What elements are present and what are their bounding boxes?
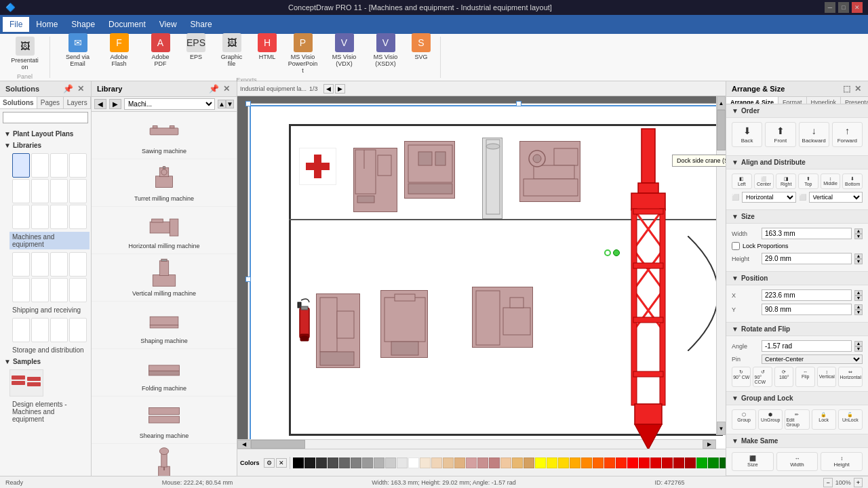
toolbar-send-email[interactable]: ✉ Send via Email [58,32,97,75]
same-height-btn[interactable]: ↕ Height [821,452,863,471]
lib-item-vertical[interactable]: Vertical milling machine [92,254,237,302]
lib-thumb-14[interactable] [31,252,49,277]
flip-vertical-btn[interactable]: ↕ Vertical [817,367,837,387]
machine-2[interactable] [404,141,455,199]
color-swatch-18[interactable] [500,458,511,468]
lib-item-shaping[interactable]: Shaping machine [92,302,237,349]
tab-hyperlink[interactable]: Hyperlink [807,97,842,104]
color-swatch-37[interactable] [719,458,726,468]
lib-thumb-21[interactable] [12,318,30,342]
lock-checkbox[interactable] [732,242,740,250]
lib-thumb-5[interactable] [12,179,30,203]
toolbar-svg[interactable]: S SVG [408,32,435,75]
toolbar-eps[interactable]: EPS EPS [182,32,210,75]
section-samples-header[interactable]: ▼ Samples [1,357,90,367]
lib-thumb-15[interactable] [50,252,68,277]
maximize-button[interactable]: □ [838,2,849,13]
color-swatch-8[interactable] [385,458,396,468]
library-close[interactable]: ✕ [222,84,231,94]
scroll-thumb[interactable] [717,110,726,150]
colors-options[interactable]: ⚙ [264,458,275,468]
color-swatch-16[interactable] [477,458,488,468]
scroll-right-btn-h[interactable]: ▶ [703,440,716,449]
machine-1[interactable] [353,148,397,212]
zoom-out-btn[interactable]: − [823,478,832,487]
tab-solutions[interactable]: Solutions [0,97,37,108]
tab-layers[interactable]: Layers [64,97,91,108]
angle-input[interactable] [762,340,852,352]
lib-nav-forward[interactable]: ▶ [109,99,121,109]
flip-horizontal-btn[interactable]: ⇔ Horizontal [838,367,863,387]
angle-down[interactable]: ▼ [854,346,863,352]
color-swatch-36[interactable] [708,458,719,468]
lib-thumb-10[interactable] [31,205,49,229]
lib-item-storage[interactable]: Storage and distribution [9,345,90,355]
toolbar-ms-vdx[interactable]: V MS Visio (VDX) [325,32,363,75]
size-header[interactable]: ▼ Size [726,210,868,224]
color-swatch-30[interactable] [639,458,650,468]
color-swatch-13[interactable] [443,458,454,468]
color-swatch-35[interactable] [696,458,707,468]
lib-item-horizontal[interactable]: Horizontal milling machine [92,207,237,254]
group-btn[interactable]: ⬡ Group [732,409,756,430]
rotation-handle[interactable] [604,249,611,256]
section-plant-layout-header[interactable]: ▼ Plant Layout Plans [1,129,90,139]
width-input[interactable] [762,228,852,239]
minimize-button[interactable]: ─ [825,2,835,13]
edit-group-btn[interactable]: ✏ Edit Group [785,409,809,430]
align-left-btn[interactable]: ◧ Left [732,174,752,189]
lock-btn[interactable]: 🔒 Lock [812,409,836,430]
lib-item-machines[interactable]: Machines and equipment [9,232,90,249]
y-up[interactable]: ▲ [854,304,863,310]
color-swatch-28[interactable] [616,458,627,468]
color-swatch-29[interactable] [627,458,638,468]
canvas[interactable]: Dock side crane (Shipping & Receiving ct… [237,96,726,449]
lib-nav-back[interactable]: ◀ [94,99,106,109]
machine-4[interactable] [380,290,428,358]
color-swatch-10[interactable] [408,458,419,468]
height-input[interactable] [762,253,852,264]
solutions-close[interactable]: ✕ [76,84,85,94]
fire-extinguisher[interactable] [294,297,315,351]
align-center-btn[interactable]: ⬜ Center [754,174,774,189]
menu-shape[interactable]: Shape [64,17,102,32]
handle-top[interactable] [516,101,521,106]
align-bottom-btn[interactable]: ⬇ Bottom [842,174,863,189]
right-close[interactable]: ✕ [853,84,863,94]
scroll-left-btn[interactable]: ◀ [323,84,334,94]
align-header[interactable]: ▼ Align and Distribute [726,156,868,169]
y-down[interactable]: ▼ [854,310,863,315]
robot-arm[interactable] [519,141,580,202]
color-swatch-0[interactable] [293,458,304,468]
scroll-left-btn-h[interactable]: ◀ [237,440,251,449]
lib-thumb-19[interactable] [50,278,68,302]
scroll-up-btn[interactable]: ▲ [717,96,726,110]
color-swatch-24[interactable] [570,458,580,468]
right-expand[interactable]: ⬚ [842,84,852,94]
toolbar-adobe-pdf[interactable]: A Adobe PDF [141,32,180,75]
handle-left[interactable] [245,277,251,282]
color-swatch-15[interactable] [466,458,477,468]
flip-btn[interactable]: ↔ Flip [795,367,815,387]
lib-thumb-4[interactable] [69,153,87,178]
lib-item-shipping[interactable]: Shipping and receiving [9,305,90,315]
same-size-btn[interactable]: ⬛ Size [732,452,774,471]
order-front-btn[interactable]: ⬆ Front [765,122,795,147]
lib-thumb-3[interactable] [50,153,68,178]
section-libraries-header[interactable]: ▼ Libraries [1,140,90,150]
lib-thumb-12[interactable] [69,205,87,229]
lib-scroll-up[interactable]: ▲ [218,100,226,108]
order-forward-btn[interactable]: ↑ Forward [832,122,863,147]
order-header[interactable]: ▼ Order [726,104,868,118]
solutions-search-input[interactable] [3,112,88,123]
color-swatch-4[interactable] [339,458,350,468]
lib-thumb-11[interactable] [50,205,68,229]
order-back-btn[interactable]: ⬇ Back [732,122,762,147]
color-swatch-27[interactable] [604,458,615,468]
lib-thumb-20[interactable] [69,278,87,302]
height-down[interactable]: ▼ [854,259,863,264]
menu-home[interactable]: Home [29,17,64,32]
color-swatch-20[interactable] [524,458,534,468]
color-swatch-14[interactable] [454,458,465,468]
zoom-in-btn[interactable]: + [854,478,863,487]
